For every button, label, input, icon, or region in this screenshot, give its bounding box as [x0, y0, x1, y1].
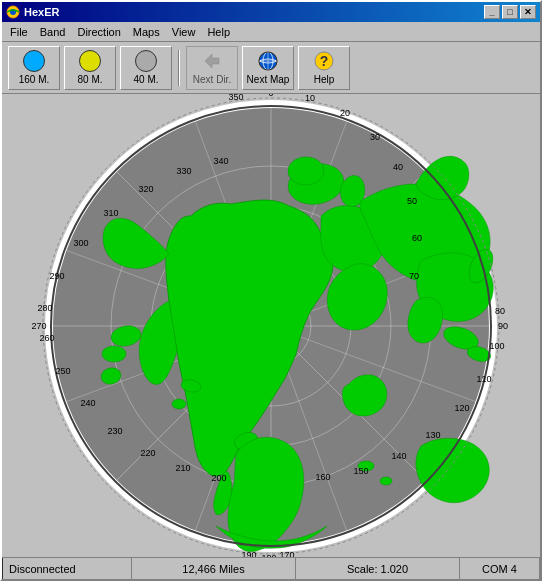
- connection-status: Disconnected: [2, 558, 132, 579]
- window-controls: _ □ ✕: [484, 5, 536, 19]
- globe-container: 0 10 20 30 40 50 60 70 80 90 1: [31, 94, 511, 557]
- map-area: 0 10 20 30 40 50 60 70 80 90 1: [2, 94, 540, 557]
- svg-point-34: [102, 346, 126, 362]
- svg-text:290: 290: [49, 271, 64, 281]
- help-label: Help: [314, 74, 335, 85]
- 80m-icon: [79, 50, 101, 72]
- svg-text:110: 110: [476, 374, 491, 384]
- svg-text:50: 50: [407, 196, 417, 206]
- svg-text:60: 60: [412, 233, 422, 243]
- menu-file[interactable]: File: [4, 24, 34, 40]
- svg-text:?: ?: [320, 53, 329, 69]
- com-status: COM 4: [460, 558, 540, 579]
- svg-text:190: 190: [241, 550, 256, 558]
- svg-text:120: 120: [454, 403, 469, 413]
- svg-text:230: 230: [107, 426, 122, 436]
- svg-text:200: 200: [211, 473, 226, 483]
- svg-text:340: 340: [213, 156, 228, 166]
- svg-text:30: 30: [370, 132, 380, 142]
- main-window: HexER _ □ ✕ File Band Direction Maps Vie…: [0, 0, 542, 581]
- svg-text:40: 40: [393, 162, 403, 172]
- svg-text:270: 270: [31, 321, 46, 331]
- next-dir-button: Next Dir.: [186, 46, 238, 90]
- svg-text:170: 170: [279, 550, 294, 558]
- svg-text:80: 80: [495, 306, 505, 316]
- svg-text:160: 160: [315, 472, 330, 482]
- toolbar-separator-1: [178, 50, 180, 86]
- svg-text:220: 220: [140, 448, 155, 458]
- svg-text:130: 130: [425, 430, 440, 440]
- close-button[interactable]: ✕: [520, 5, 536, 19]
- distance-label: 12,466 Miles: [182, 563, 244, 575]
- svg-text:280: 280: [37, 303, 52, 313]
- app-icon: [6, 5, 20, 19]
- 40m-label: 40 M.: [133, 74, 158, 85]
- scale-status: Scale: 1.020: [296, 558, 460, 579]
- minimize-button[interactable]: _: [484, 5, 500, 19]
- svg-text:150: 150: [353, 466, 368, 476]
- help-button[interactable]: ? Help: [298, 46, 350, 90]
- menu-band[interactable]: Band: [34, 24, 72, 40]
- svg-point-32: [172, 399, 186, 409]
- svg-text:240: 240: [80, 398, 95, 408]
- svg-text:180: 180: [261, 553, 276, 558]
- next-dir-label: Next Dir.: [193, 74, 231, 85]
- com-label: COM 4: [482, 563, 517, 575]
- svg-text:20: 20: [340, 108, 350, 118]
- menu-help[interactable]: Help: [201, 24, 236, 40]
- title-bar: HexER _ □ ✕: [2, 2, 540, 22]
- svg-point-30: [380, 477, 392, 485]
- 80m-label: 80 M.: [77, 74, 102, 85]
- maximize-button[interactable]: □: [502, 5, 518, 19]
- svg-text:330: 330: [176, 166, 191, 176]
- globe-svg: 0 10 20 30 40 50 60 70 80 90 1: [31, 94, 511, 557]
- title-bar-left: HexER: [6, 5, 59, 19]
- 80m-button[interactable]: 80 M.: [64, 46, 116, 90]
- menu-bar: File Band Direction Maps View Help: [2, 22, 540, 42]
- svg-text:90: 90: [498, 321, 508, 331]
- distance-status: 12,466 Miles: [132, 558, 296, 579]
- svg-text:210: 210: [175, 463, 190, 473]
- svg-text:300: 300: [73, 238, 88, 248]
- menu-view[interactable]: View: [166, 24, 202, 40]
- svg-text:10: 10: [305, 94, 315, 103]
- 160m-button[interactable]: 160 M.: [8, 46, 60, 90]
- svg-text:70: 70: [409, 271, 419, 281]
- svg-text:310: 310: [103, 208, 118, 218]
- scale-label: Scale: 1.020: [347, 563, 408, 575]
- help-icon: ?: [313, 50, 335, 72]
- next-map-icon: [257, 50, 279, 72]
- toolbar: 160 M. 80 M. 40 M. Next Dir.: [2, 42, 540, 94]
- menu-maps[interactable]: Maps: [127, 24, 166, 40]
- svg-text:250: 250: [55, 366, 70, 376]
- svg-marker-2: [205, 54, 219, 68]
- next-map-label: Next Map: [247, 74, 290, 85]
- next-dir-icon: [201, 50, 223, 72]
- status-bar: Disconnected 12,466 Miles Scale: 1.020 C…: [2, 557, 540, 579]
- connection-label: Disconnected: [9, 563, 76, 575]
- svg-text:260: 260: [39, 333, 54, 343]
- next-map-button[interactable]: Next Map: [242, 46, 294, 90]
- window-title: HexER: [24, 6, 59, 18]
- svg-text:350: 350: [228, 94, 243, 102]
- svg-text:320: 320: [138, 184, 153, 194]
- 40m-icon: [135, 50, 157, 72]
- menu-direction[interactable]: Direction: [71, 24, 126, 40]
- 160m-icon: [23, 50, 45, 72]
- svg-point-24: [288, 157, 324, 185]
- svg-text:0: 0: [268, 94, 273, 98]
- 160m-label: 160 M.: [19, 74, 50, 85]
- svg-text:100: 100: [489, 341, 504, 351]
- svg-text:140: 140: [391, 451, 406, 461]
- 40m-button[interactable]: 40 M.: [120, 46, 172, 90]
